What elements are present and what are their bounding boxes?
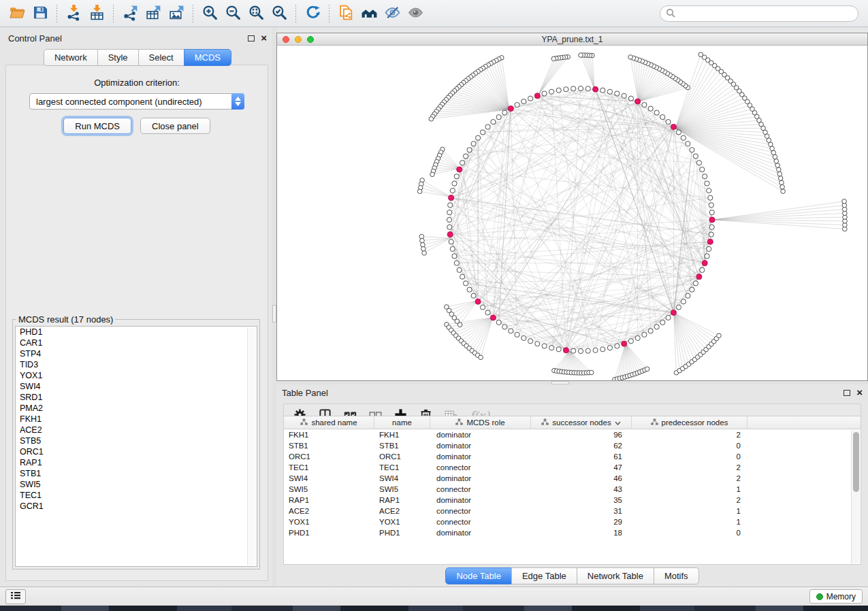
mcds-result-item[interactable]: ORC1 bbox=[16, 446, 257, 457]
graph-node[interactable] bbox=[600, 88, 605, 93]
table-cell[interactable]: PHD1 bbox=[284, 527, 374, 538]
run-mcds-button[interactable]: Run MCDS bbox=[63, 118, 131, 134]
table-cell[interactable]: RAP1 bbox=[284, 495, 374, 506]
network-canvas[interactable] bbox=[277, 46, 867, 380]
graph-node[interactable] bbox=[449, 240, 453, 244]
table-cell[interactable]: SWI5 bbox=[284, 484, 374, 495]
tab-mcds[interactable]: MCDS bbox=[184, 49, 231, 66]
graph-node[interactable] bbox=[509, 329, 513, 333]
close-window-icon[interactable] bbox=[283, 36, 289, 43]
graph-hub-node[interactable] bbox=[696, 274, 702, 280]
graph-node[interactable] bbox=[708, 195, 713, 200]
graph-node[interactable] bbox=[549, 89, 554, 94]
graph-leaf-node[interactable] bbox=[551, 56, 556, 61]
table-cell[interactable]: PHD1 bbox=[374, 527, 430, 538]
table-cell[interactable]: dominator bbox=[430, 495, 531, 506]
graph-node[interactable] bbox=[460, 161, 465, 165]
table-row[interactable]: STB1STB1dominator620 bbox=[284, 440, 861, 451]
mcds-result-item[interactable]: PMA2 bbox=[16, 403, 257, 414]
graph-node[interactable] bbox=[705, 181, 709, 186]
mcds-result-list[interactable]: PHD1CAR1STP4TID3YOX1SWI4SRD1PMA2FKH1ACE2… bbox=[15, 326, 257, 567]
task-history-button[interactable] bbox=[5, 589, 26, 604]
graph-hub-node[interactable] bbox=[707, 239, 713, 244]
table-cell[interactable]: 61 bbox=[531, 451, 632, 462]
table-cell[interactable]: SWI5 bbox=[374, 484, 430, 495]
tab-select[interactable]: Select bbox=[138, 49, 184, 66]
graph-node[interactable] bbox=[681, 135, 686, 140]
graph-node[interactable] bbox=[660, 320, 665, 325]
table-cell[interactable]: SWI4 bbox=[374, 473, 430, 484]
table-row[interactable]: SWI5SWI5connector431 bbox=[284, 484, 861, 495]
graph-hub-node[interactable] bbox=[563, 348, 568, 353]
graph-node[interactable] bbox=[642, 332, 647, 337]
graph-leaf-node[interactable] bbox=[417, 189, 422, 194]
zoom-out-button[interactable] bbox=[221, 3, 244, 24]
graph-node[interactable] bbox=[454, 261, 459, 265]
mcds-result-item[interactable]: FKH1 bbox=[16, 414, 257, 425]
mcds-result-item[interactable]: RAP1 bbox=[16, 457, 257, 468]
mcds-result-item[interactable]: SWI5 bbox=[16, 479, 257, 490]
graph-leaf-node[interactable] bbox=[419, 234, 424, 239]
graph-node[interactable] bbox=[496, 115, 501, 120]
table-cell[interactable]: dominator bbox=[430, 429, 531, 440]
table-cell[interactable]: connector bbox=[430, 462, 531, 473]
table-cell[interactable]: TEC1 bbox=[284, 462, 374, 473]
column-header-shared-name[interactable]: shared name bbox=[284, 416, 374, 429]
graph-node[interactable] bbox=[481, 305, 485, 310]
graph-node[interactable] bbox=[452, 254, 457, 259]
graph-node[interactable] bbox=[515, 332, 519, 337]
table-cell[interactable]: FKH1 bbox=[284, 429, 374, 440]
graph-node[interactable] bbox=[460, 274, 465, 279]
graph-node[interactable] bbox=[467, 148, 472, 152]
graph-node[interactable] bbox=[666, 120, 671, 125]
graph-hub-node[interactable] bbox=[534, 93, 540, 99]
graph-node[interactable] bbox=[457, 267, 462, 272]
search-input[interactable] bbox=[660, 5, 858, 22]
graph-node[interactable] bbox=[705, 254, 709, 259]
table-cell[interactable]: 18 bbox=[531, 527, 632, 538]
refresh-button[interactable] bbox=[301, 3, 324, 24]
graph-hub-node[interactable] bbox=[622, 341, 627, 346]
zoom-fit-button[interactable] bbox=[244, 3, 268, 24]
table-cell[interactable]: 0 bbox=[632, 440, 748, 451]
graph-node[interactable] bbox=[681, 299, 686, 304]
mcds-result-item[interactable]: SWI4 bbox=[16, 381, 257, 392]
table-cell[interactable]: FKH1 bbox=[374, 429, 430, 440]
column-header-successor-nodes[interactable]: successor nodes bbox=[531, 416, 632, 429]
maximize-window-icon[interactable] bbox=[307, 36, 314, 43]
network-window-titlebar[interactable]: YPA_prune.txt_1 bbox=[277, 33, 867, 46]
mcds-result-item[interactable]: TID3 bbox=[16, 359, 257, 370]
mcds-result-item[interactable]: CAR1 bbox=[16, 337, 257, 348]
mcds-result-item[interactable]: STB1 bbox=[16, 468, 257, 479]
table-cell[interactable]: TEC1 bbox=[374, 462, 430, 473]
graph-node[interactable] bbox=[447, 225, 452, 229]
table-cell[interactable]: YOX1 bbox=[374, 516, 430, 527]
table-row[interactable]: TEC1TEC1connector472 bbox=[284, 462, 861, 473]
graph-node[interactable] bbox=[447, 217, 451, 222]
graph-node[interactable] bbox=[635, 335, 640, 340]
graph-node[interactable] bbox=[607, 89, 612, 94]
graph-node[interactable] bbox=[700, 267, 705, 272]
graph-node[interactable] bbox=[648, 106, 653, 111]
column-header-mcds-role[interactable]: MCDS role bbox=[430, 416, 531, 429]
first-neighbors-button[interactable] bbox=[357, 3, 381, 24]
tab-edge-table[interactable]: Edge Table bbox=[511, 567, 577, 584]
zoom-in-button[interactable] bbox=[198, 3, 221, 24]
zoom-selected-button[interactable] bbox=[268, 3, 291, 24]
graph-node[interactable] bbox=[521, 335, 526, 340]
table-row[interactable]: YOX1YOX1connector291 bbox=[284, 516, 861, 527]
table-cell[interactable]: dominator bbox=[430, 451, 531, 462]
table-cell[interactable]: dominator bbox=[430, 527, 531, 538]
graph-node[interactable] bbox=[666, 315, 671, 320]
graph-leaf-node[interactable] bbox=[781, 189, 786, 194]
mcds-result-item[interactable]: TEC1 bbox=[16, 490, 257, 501]
graph-node[interactable] bbox=[600, 347, 605, 352]
table-cell[interactable]: connector bbox=[430, 516, 531, 527]
graph-node[interactable] bbox=[615, 91, 620, 96]
graph-hub-node[interactable] bbox=[709, 217, 715, 222]
graph-leaf-node[interactable] bbox=[420, 238, 425, 243]
graph-node[interactable] bbox=[502, 325, 507, 329]
graph-node[interactable] bbox=[464, 281, 468, 286]
tab-style[interactable]: Style bbox=[97, 49, 139, 66]
table-cell[interactable]: YOX1 bbox=[284, 516, 374, 527]
